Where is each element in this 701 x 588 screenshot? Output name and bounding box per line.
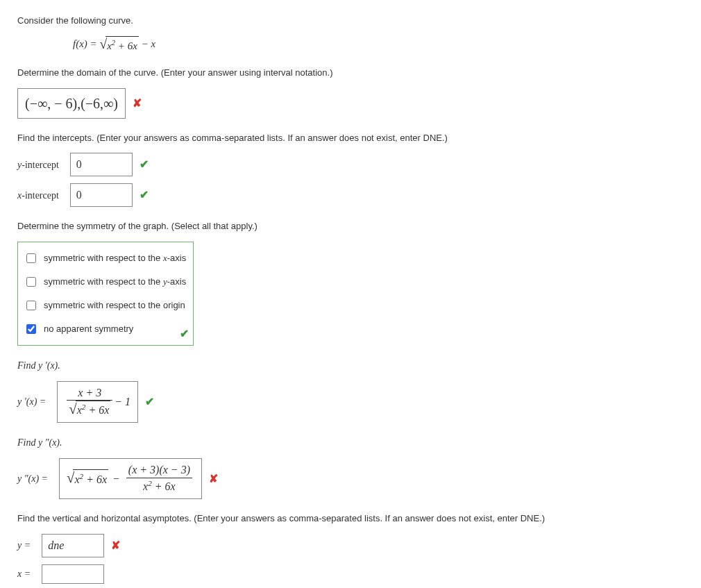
asymptotes-prompt: Find the vertical and horizontal asympto… — [17, 512, 684, 526]
checkbox-none[interactable] — [26, 324, 36, 334]
y-intercept-label: y-intercept — [17, 158, 59, 172]
sym-option-y-axis[interactable]: symmetric with respect to the y-axis — [24, 270, 186, 294]
function-formula: f(x) = √ x2 + 6x − x — [73, 36, 684, 54]
domain-answer-box[interactable]: (−∞, − 6),(−6,∞) — [17, 88, 126, 119]
checkbox-origin[interactable] — [26, 301, 36, 310]
yprime-label: y ′(x) = — [17, 394, 46, 409]
fx-lhs: f(x) = — [73, 38, 99, 49]
symmetry-options: symmetric with respect to the x-axis sym… — [17, 242, 194, 346]
wrong-icon: ✘ — [209, 471, 218, 487]
asymptote-y-label: y = — [17, 538, 31, 553]
correct-icon: ✔ — [180, 326, 189, 342]
symmetry-prompt: Determine the symmetry of the graph. (Se… — [17, 219, 684, 233]
intercepts-prompt: Find the intercepts. (Enter your answers… — [17, 131, 684, 145]
wrong-icon: ✘ — [111, 537, 120, 554]
y2prime-prompt: Find y ″(x). — [17, 435, 684, 450]
x-intercept-input[interactable]: 0 — [70, 183, 133, 207]
checkbox-y-axis[interactable] — [26, 277, 36, 287]
yprime-prompt: Find y ′(x). — [17, 358, 684, 373]
domain-prompt: Determine the domain of the curve. (Ente… — [17, 66, 684, 80]
asymptote-x-input[interactable] — [42, 564, 104, 584]
correct-icon: ✔ — [140, 156, 149, 173]
asymptote-x-label: x = — [17, 566, 31, 581]
y2prime-label: y ″(x) = — [17, 471, 48, 486]
yprime-answer-box[interactable]: x + 3 √x2 + 6x − 1 — [57, 381, 138, 423]
x-intercept-label: x-intercept — [17, 188, 59, 203]
correct-icon: ✔ — [140, 187, 149, 203]
intro-prompt: Consider the following curve. — [17, 14, 684, 28]
sym-option-origin[interactable]: symmetric with respect to the origin — [24, 294, 186, 317]
y2prime-answer-box[interactable]: √x2 + 6x − (x + 3)(x − 3) x2 + 6x — [59, 458, 202, 499]
y-intercept-input[interactable]: 0 — [70, 153, 133, 176]
sym-option-x-axis[interactable]: symmetric with respect to the x-axis — [24, 246, 186, 270]
sym-option-none[interactable]: no apparent symmetry — [24, 317, 186, 341]
sqrt-expression: √ x2 + 6x — [99, 36, 138, 54]
wrong-icon: ✘ — [133, 95, 142, 112]
asymptote-y-input[interactable]: dne — [42, 534, 104, 557]
formula-tail: − x — [142, 38, 156, 49]
checkbox-x-axis[interactable] — [26, 253, 36, 263]
correct-icon: ✔ — [145, 394, 154, 410]
